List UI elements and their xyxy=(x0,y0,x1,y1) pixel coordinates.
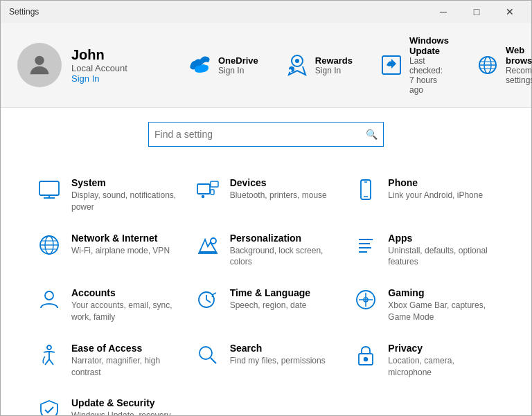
svg-line-42 xyxy=(45,359,49,365)
system-icon xyxy=(37,177,62,202)
network-icon xyxy=(37,233,62,257)
svg-rect-15 xyxy=(211,181,218,187)
web-browsing-link[interactable]: Web browsing Recommended settings xyxy=(471,33,532,98)
user-info: John Local Account Sign In xyxy=(71,47,127,84)
search-setting-icon xyxy=(195,343,220,368)
svg-point-44 xyxy=(200,347,212,359)
accounts-text: Accounts Your accounts, email, sync, wor… xyxy=(71,287,179,323)
gaming-text: Gaming Xbox Game Bar, captures, Game Mod… xyxy=(388,287,495,323)
personalization-text: Personalization Background, lock screen,… xyxy=(230,233,337,269)
windows-update-link[interactable]: Windows Update Last checked: 7 hours ago xyxy=(375,33,454,98)
devices-text: Devices Bluetooth, printers, mouse xyxy=(230,177,327,201)
phone-setting[interactable]: Phone Link your Android, iPhone xyxy=(345,168,504,223)
search-area: 🔍 xyxy=(1,108,531,161)
system-setting[interactable]: System Display, sound, notifications, po… xyxy=(28,168,187,223)
search-icon: 🔍 xyxy=(366,129,378,140)
web-browsing-text: Web browsing Recommended settings xyxy=(506,45,532,85)
settings-window: Settings ─ □ ✕ John Local Account Sign I… xyxy=(0,0,532,416)
title-bar: Settings ─ □ ✕ xyxy=(1,1,531,23)
svg-line-45 xyxy=(211,358,216,363)
privacy-icon xyxy=(353,343,378,368)
apps-text: Apps Uninstall, defaults, optional featu… xyxy=(388,233,495,269)
svg-line-35 xyxy=(206,300,211,302)
search-setting-text: Search Find my files, permissions xyxy=(230,343,326,367)
apps-setting[interactable]: Apps Uninstall, defaults, optional featu… xyxy=(345,223,504,278)
header-links: OneDrive Sign In Rewards xyxy=(184,33,532,98)
svg-rect-11 xyxy=(39,181,59,195)
onedrive-icon xyxy=(189,54,211,76)
network-setting[interactable]: Network & Internet Wi-Fi, airplane mode,… xyxy=(28,223,187,278)
avatar xyxy=(17,43,62,87)
svg-point-0 xyxy=(35,56,44,65)
settings-row-5: Update & Security Windows Update, recove… xyxy=(28,388,504,415)
window-controls: ─ □ ✕ xyxy=(427,1,526,23)
devices-setting[interactable]: Devices Bluetooth, printers, mouse xyxy=(187,168,346,223)
svg-rect-16 xyxy=(211,190,214,195)
system-text: System Display, sound, notifications, po… xyxy=(71,177,179,213)
svg-point-4 xyxy=(289,69,292,72)
apps-icon xyxy=(353,233,378,257)
time-setting[interactable]: Time & Language Speech, region, date xyxy=(187,278,346,333)
accounts-icon xyxy=(37,287,62,312)
user-icon xyxy=(26,51,53,79)
network-text: Network & Internet Wi-Fi, airplane mode,… xyxy=(71,233,170,257)
svg-point-26 xyxy=(211,238,216,244)
search-box: 🔍 xyxy=(148,122,384,147)
settings-row-3: Accounts Your accounts, email, sync, wor… xyxy=(28,278,504,333)
settings-row-2: Network & Internet Wi-Fi, airplane mode,… xyxy=(28,223,504,278)
onedrive-link[interactable]: OneDrive Sign In xyxy=(184,33,264,98)
personalization-setting[interactable]: Personalization Background, lock screen,… xyxy=(187,223,346,278)
svg-point-47 xyxy=(364,357,368,361)
ease-text: Ease of Access Narrator, magnifier, high… xyxy=(71,343,179,379)
onedrive-text: OneDrive Sign In xyxy=(218,55,258,75)
maximize-button[interactable]: □ xyxy=(461,1,493,23)
update-security-text: Update & Security Windows Update, recove… xyxy=(71,397,179,415)
personalization-icon xyxy=(195,233,220,257)
rewards-icon xyxy=(286,54,308,76)
settings-row-1: System Display, sound, notifications, po… xyxy=(28,168,504,223)
time-text: Time & Language Speech, region, date xyxy=(230,287,310,311)
accounts-setting[interactable]: Accounts Your accounts, email, sync, wor… xyxy=(28,278,187,333)
window-title: Settings xyxy=(9,7,39,17)
ease-setting[interactable]: Ease of Access Narrator, magnifier, high… xyxy=(28,333,187,388)
rewards-text: Rewards Sign In xyxy=(315,55,353,75)
windows-update-icon xyxy=(380,54,402,76)
svg-point-40 xyxy=(47,345,51,350)
svg-rect-14 xyxy=(197,184,210,194)
close-button[interactable]: ✕ xyxy=(494,1,526,23)
settings-row-4: Ease of Access Narrator, magnifier, high… xyxy=(28,333,504,388)
ease-icon xyxy=(37,343,62,368)
sign-in-link[interactable]: Sign In xyxy=(71,73,127,84)
phone-icon xyxy=(353,177,378,202)
svg-point-2 xyxy=(295,59,299,63)
privacy-setting[interactable]: Privacy Location, camera, microphone xyxy=(345,333,504,388)
user-account: Local Account xyxy=(71,63,127,73)
settings-grid: System Display, sound, notifications, po… xyxy=(1,161,531,415)
user-section: John Local Account Sign In xyxy=(17,43,170,87)
privacy-text: Privacy Location, camera, microphone xyxy=(388,343,495,379)
svg-line-43 xyxy=(49,359,53,365)
rewards-link[interactable]: Rewards Sign In xyxy=(281,33,358,98)
user-name: John xyxy=(71,47,127,63)
time-icon xyxy=(195,287,220,312)
search-input[interactable] xyxy=(154,129,366,140)
gaming-setting[interactable]: Gaming Xbox Game Bar, captures, Game Mod… xyxy=(345,278,504,333)
gaming-icon xyxy=(353,287,378,312)
minimize-button[interactable]: ─ xyxy=(427,1,459,23)
svg-point-32 xyxy=(45,291,53,300)
header: John Local Account Sign In OneDrive Sign… xyxy=(1,23,531,108)
devices-icon xyxy=(195,177,220,202)
update-security-setting[interactable]: Update & Security Windows Update, recove… xyxy=(28,388,187,415)
windows-update-text: Windows Update Last checked: 7 hours ago xyxy=(409,35,449,95)
web-browsing-icon xyxy=(477,54,499,76)
svg-point-17 xyxy=(202,196,204,198)
search-setting[interactable]: Search Find my files, permissions xyxy=(187,333,346,388)
phone-text: Phone Link your Android, iPhone xyxy=(388,177,483,201)
update-security-icon xyxy=(37,397,62,415)
